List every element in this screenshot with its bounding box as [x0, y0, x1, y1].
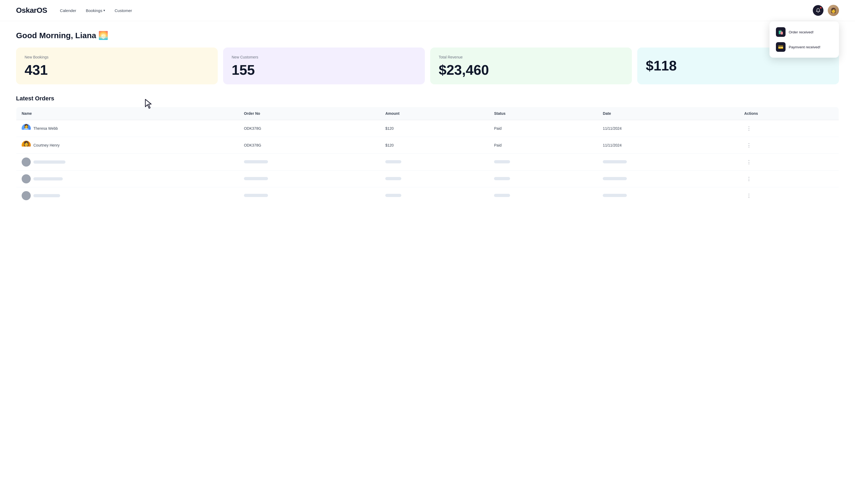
orders-table-body: 👩‍💼 Theresa Webb ODK378G $120 Paid 11/11… [16, 120, 839, 204]
col-header-name: Name [16, 107, 239, 120]
col-header-actions: Actions [739, 107, 839, 120]
name-courtney: Courtney Henry [33, 143, 59, 147]
col-header-order-no: Order No [239, 107, 380, 120]
skeleton-amount-3 [385, 194, 401, 197]
stats-grid: New Bookings 431 New Customers 155 Total… [16, 48, 839, 84]
payment-notification-icon: 💳 [776, 42, 786, 52]
avatar-theresa: 👩‍💼 [22, 124, 31, 133]
nav-calender[interactable]: Calender [60, 8, 76, 13]
order-no-courtney: ODK378G [239, 137, 380, 154]
stat-card-bookings: New Bookings 431 [16, 48, 218, 84]
user-avatar[interactable]: 👩 [828, 5, 839, 16]
orders-table: Name Order No Amount Status Date Actions… [16, 107, 839, 204]
skeleton-name-3 [33, 194, 60, 197]
name-cell-theresa: 👩‍💼 Theresa Webb [22, 124, 233, 133]
actions-button-skeleton-1[interactable]: ⋮ [744, 158, 753, 166]
actions-button-skeleton-2[interactable]: ⋮ [744, 175, 753, 183]
skeleton-date-1 [603, 160, 627, 163]
nav-bookings[interactable]: Bookings ▾ [86, 8, 105, 13]
notification-dot [820, 7, 822, 9]
skeleton-status-2 [494, 177, 510, 180]
stat-label-bookings: New Bookings [24, 55, 209, 59]
skeleton-status-1 [494, 160, 510, 163]
bell-icon [816, 8, 821, 13]
notification-item-payment[interactable]: 💳 Paymvent received! [773, 39, 836, 54]
skeleton-avatar-2 [22, 174, 31, 183]
user-avatar-image: 👩 [828, 5, 839, 16]
stat-value-bookings: 431 [24, 63, 209, 77]
order-notification-icon: 🛍️ [776, 27, 786, 37]
notification-bell-button[interactable] [813, 5, 823, 16]
skeleton-date-2 [603, 177, 627, 180]
nav-links: Calender Bookings ▾ Customer [60, 8, 813, 13]
skeleton-name-cell-1 [22, 158, 233, 166]
table-row: ⋮ [16, 187, 839, 204]
skeleton-avatar-1 [22, 158, 31, 166]
actions-button-skeleton-3[interactable]: ⋮ [744, 192, 753, 200]
bookings-dropdown-icon: ▾ [103, 8, 105, 12]
avatar-courtney: 👩 [22, 141, 31, 150]
order-notification-text: Order received! [789, 30, 814, 34]
date-courtney: 11/11/2024 [597, 137, 739, 154]
notification-item-order[interactable]: 🛍️ Order received! [773, 24, 836, 39]
skeleton-date-3 [603, 194, 627, 197]
main-content: Good Morning, Liana 🌅 New Bookings 431 N… [0, 21, 855, 214]
stat-card-revenue: Total Revenue $23,460 [430, 48, 632, 84]
payment-notification-text: Paymvent received! [789, 45, 821, 49]
col-header-date: Date [597, 107, 739, 120]
latest-orders-title: Latest Orders [16, 95, 839, 102]
stat-value-revenue: $23,460 [439, 63, 623, 77]
date-theresa: 11/11/2024 [597, 120, 739, 137]
avatar-courtney-img: 👩 [22, 141, 31, 147]
table-row: ⋮ [16, 154, 839, 170]
stat-card-customers: New Customers 155 [223, 48, 425, 84]
stat-value-customers: 155 [232, 63, 416, 77]
skeleton-amount-2 [385, 177, 401, 180]
amount-theresa: $120 [380, 120, 489, 137]
orders-table-header: Name Order No Amount Status Date Actions [16, 107, 839, 120]
skeleton-status-3 [494, 194, 510, 197]
skeleton-name-cell-2 [22, 174, 233, 183]
skeleton-name-cell-3 [22, 191, 233, 200]
order-no-theresa: ODK378G [239, 120, 380, 137]
col-header-amount: Amount [380, 107, 489, 120]
stat-label-customers: New Customers [232, 55, 416, 59]
greeting-heading: Good Morning, Liana 🌅 [16, 31, 839, 40]
name-theresa: Theresa Webb [33, 126, 58, 130]
col-header-status: Status [489, 107, 597, 120]
amount-courtney: $120 [380, 137, 489, 154]
stat-value-misc: $118 [646, 59, 831, 73]
skeleton-amount-1 [385, 160, 401, 163]
name-cell-courtney: 👩 Courtney Henry [22, 141, 233, 150]
stat-label-revenue: Total Revenue [439, 55, 623, 59]
avatar-theresa-img: 👩‍💼 [22, 124, 31, 130]
table-row: ⋮ [16, 170, 839, 187]
skeleton-name-1 [33, 160, 66, 164]
status-courtney: Paid [489, 137, 597, 154]
notification-panel: 🛍️ Order received! 💳 Paymvent received! [769, 21, 839, 58]
nav-customer[interactable]: Customer [115, 8, 132, 13]
navbar: OskarOS Calender Bookings ▾ Customer 👩 🛍… [0, 0, 855, 21]
skeleton-order-3 [244, 194, 268, 197]
skeleton-order-1 [244, 160, 268, 163]
app-logo: OskarOS [16, 6, 47, 15]
table-row: 👩 Courtney Henry ODK378G $120 Paid 11/11… [16, 137, 839, 154]
skeleton-avatar-3 [22, 191, 31, 200]
status-theresa: Paid [489, 120, 597, 137]
skeleton-name-2 [33, 177, 63, 180]
table-row: 👩‍💼 Theresa Webb ODK378G $120 Paid 11/11… [16, 120, 839, 137]
actions-button-theresa[interactable]: ⋮ [744, 124, 753, 132]
actions-button-courtney[interactable]: ⋮ [744, 141, 753, 149]
nav-right: 👩 [813, 5, 839, 16]
skeleton-order-2 [244, 177, 268, 180]
